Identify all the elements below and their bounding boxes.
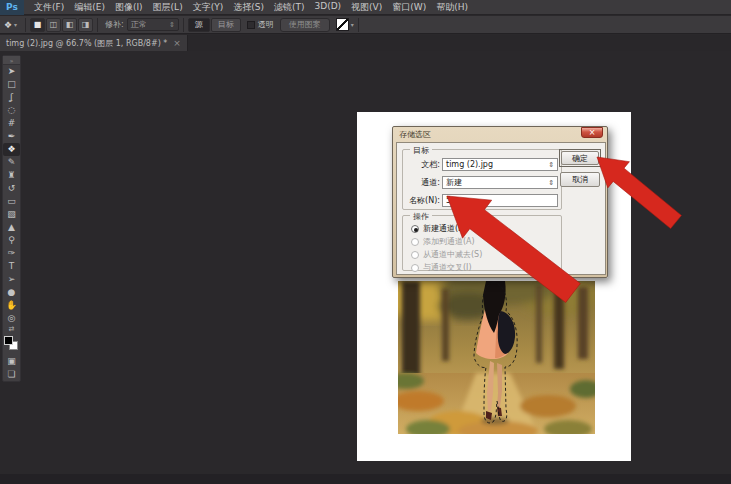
window-bottom-edge [0, 474, 731, 484]
zoom-tool[interactable]: ◎ [3, 312, 20, 325]
radio-label: 新建通道(E) [423, 223, 466, 234]
photoshop-window: Ps 文件(F) 编辑(E) 图像(I) 图层(L) 文字(Y) 选择(S) 滤… [0, 0, 731, 484]
separator [97, 18, 98, 32]
checkbox-icon [247, 21, 255, 29]
subtract-selection-button[interactable]: ◧ [62, 18, 77, 32]
menu-3d[interactable]: 3D(D) [314, 1, 341, 14]
radio-selected-icon [411, 225, 419, 233]
clone-stamp-tool[interactable]: ♜ [3, 169, 20, 182]
channel-label: 通道: [403, 177, 440, 188]
operation-group: 操作 新建通道(E) 添加到通道(A) 从通道中减去(S) 与通道交叉(I) [402, 215, 562, 271]
destination-button[interactable]: 目标 [211, 18, 241, 32]
menu-edit[interactable]: 编辑(E) [74, 1, 105, 14]
menu-layer[interactable]: 图层(L) [153, 1, 183, 14]
history-brush-tool[interactable]: ↺ [3, 182, 20, 195]
menu-help[interactable]: 帮助(H) [436, 1, 468, 14]
radio-new-channel[interactable]: 新建通道(E) [411, 223, 466, 234]
screen-mode-button[interactable]: ❏ [3, 368, 20, 381]
chevron-down-icon: ▾ [14, 21, 17, 28]
document-label: 文档: [403, 159, 440, 170]
menu-view[interactable]: 视图(V) [351, 1, 382, 14]
brush-tool[interactable]: ✎ [3, 156, 20, 169]
radio-icon [411, 264, 419, 272]
hand-tool[interactable]: ✋ [3, 299, 20, 312]
name-value: 5 [446, 196, 451, 205]
document-row: 文档: timg (2).jpg ⇕ [403, 158, 561, 171]
collapse-panel-button[interactable]: » [3, 56, 20, 65]
menu-window[interactable]: 窗口(W) [392, 1, 426, 14]
ok-button[interactable]: 确定 [561, 151, 599, 165]
spinner-icon: ⇕ [169, 21, 175, 29]
dialog-content: 目标 文档: timg (2).jpg ⇕ 通道: 新建 ⇕ 名称 [396, 142, 606, 275]
name-label: 名称(N): [403, 195, 440, 206]
use-pattern-button[interactable]: 使用图案 [280, 18, 330, 32]
document-value: timg (2).jpg [446, 160, 493, 169]
dialog-titlebar[interactable]: 存储选区 [393, 127, 607, 141]
spinner-icon: ⇕ [548, 161, 554, 169]
new-selection-button[interactable]: ■ [30, 18, 45, 32]
blur-tool[interactable]: ▲ [3, 221, 20, 234]
menu-select[interactable]: 选择(S) [233, 1, 264, 14]
pattern-picker[interactable]: ▾ [336, 18, 354, 31]
color-swatches [3, 336, 20, 353]
swap-colors-icon[interactable]: ⇄ [9, 325, 15, 334]
destination-group: 目标 文档: timg (2).jpg ⇕ 通道: 新建 ⇕ 名称 [402, 149, 562, 210]
channel-dropdown[interactable]: 新建 ⇕ [442, 176, 558, 189]
document-dropdown[interactable]: timg (2).jpg ⇕ [442, 158, 558, 171]
dodge-tool[interactable]: ⚲ [3, 234, 20, 247]
eraser-tool[interactable]: ▭ [3, 195, 20, 208]
dialog-close-button[interactable]: × [581, 127, 603, 138]
foreground-color-swatch[interactable] [4, 336, 13, 345]
document-tab[interactable]: timg (2).jpg @ 66.7% (图层 1, RGB/8#) * × [0, 35, 188, 51]
transparent-checkbox[interactable]: 透明 [247, 19, 274, 30]
document-tab-title: timg (2).jpg @ 66.7% (图层 1, RGB/8#) * [6, 38, 167, 49]
options-bar: ❖ ▾ ■ ◫ ◧ ◨ 修补: 正常 ⇕ 源 目标 透明 使用图案 ▾ [0, 16, 731, 34]
ok-button-focus-ring: 确定 [559, 149, 601, 167]
separator [183, 18, 184, 32]
menu-file[interactable]: 文件(F) [34, 1, 64, 14]
menu-type[interactable]: 文字(Y) [193, 1, 224, 14]
autumn-photo-graphic [398, 281, 595, 434]
dialog-title: 存储选区 [399, 129, 431, 140]
patch-label: 修补: [105, 19, 124, 30]
pen-tool[interactable]: ✑ [3, 247, 20, 260]
spinner-icon: ⇕ [548, 179, 554, 187]
radio-label: 从通道中减去(S) [423, 249, 482, 260]
add-selection-button[interactable]: ◫ [46, 18, 61, 32]
photo-image[interactable] [398, 281, 595, 434]
path-select-tool[interactable]: ➢ [3, 273, 20, 286]
gradient-tool[interactable]: ▧ [3, 208, 20, 221]
channel-value: 新建 [446, 177, 462, 188]
intersect-selection-button[interactable]: ◨ [78, 18, 93, 32]
radio-icon [411, 238, 419, 246]
radio-label: 与通道交叉(I) [423, 262, 472, 273]
menu-image[interactable]: 图像(I) [115, 1, 143, 14]
quick-mask-button[interactable]: ▣ [3, 355, 20, 368]
menu-filter[interactable]: 滤镜(T) [274, 1, 305, 14]
operation-legend: 操作 [410, 211, 432, 222]
crop-tool[interactable]: # [3, 117, 20, 130]
patch-mode-dropdown[interactable]: 正常 ⇕ [127, 18, 179, 31]
source-button[interactable]: 源 [188, 18, 210, 32]
transparent-label: 透明 [258, 19, 274, 30]
selection-mode-buttons: ■ ◫ ◧ ◨ [30, 18, 93, 32]
radio-subtract-from-channel: 从通道中减去(S) [411, 249, 482, 260]
separator [358, 18, 359, 32]
healing-tool[interactable]: ❖ [3, 143, 20, 156]
marquee-tool[interactable]: □ [3, 78, 20, 91]
tool-preset-picker[interactable]: ❖ ▾ [0, 20, 21, 30]
chevron-down-icon: ▾ [351, 21, 354, 28]
eyedropper-tool[interactable]: ✒ [3, 130, 20, 143]
name-input[interactable]: 5 [442, 194, 558, 207]
close-tab-icon[interactable]: × [173, 38, 181, 48]
shape-tool[interactable]: ● [3, 286, 20, 299]
cancel-button[interactable]: 取消 [560, 172, 600, 187]
quick-select-tool[interactable]: ◌ [3, 104, 20, 117]
destination-legend: 目标 [410, 145, 432, 156]
move-tool[interactable]: ➤ [3, 65, 20, 78]
patch-tool-icon: ❖ [4, 20, 12, 30]
type-tool[interactable]: T [3, 260, 20, 273]
menu-items: 文件(F) 编辑(E) 图像(I) 图层(L) 文字(Y) 选择(S) 滤镜(T… [24, 1, 468, 14]
lasso-tool[interactable]: ʆ [3, 91, 20, 104]
name-row: 名称(N): 5 [403, 194, 561, 207]
